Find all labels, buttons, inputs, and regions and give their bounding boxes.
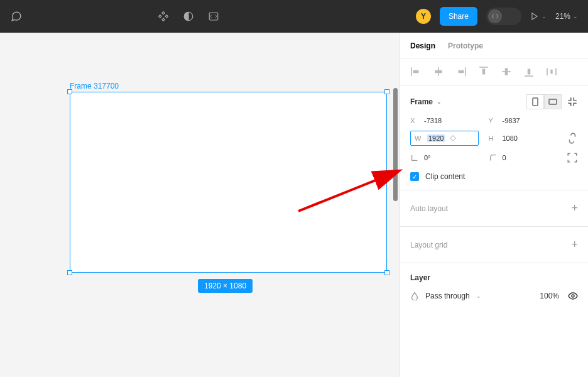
- dimensions-badge: 1920 × 1080: [198, 279, 253, 293]
- blend-mode-dropdown[interactable]: Pass through ⌄: [410, 292, 481, 300]
- clip-content-label: Clip content: [425, 172, 465, 181]
- canvas[interactable]: Frame 317700 1920 × 1080: [0, 33, 400, 377]
- resize-handle-br[interactable]: [384, 270, 389, 275]
- components-icon[interactable]: [157, 10, 170, 23]
- svg-rect-16: [547, 68, 548, 75]
- present-button[interactable]: ⌄: [530, 12, 547, 21]
- svg-rect-5: [413, 70, 419, 74]
- resize-handle-tr[interactable]: [384, 89, 389, 94]
- mask-icon[interactable]: [182, 10, 195, 23]
- layer-section: Layer Pass through ⌄ 100%: [400, 263, 588, 311]
- align-v-center-icon[interactable]: [501, 66, 512, 77]
- frame-label[interactable]: Frame 317700: [70, 82, 119, 90]
- x-position-field[interactable]: X-7318: [410, 117, 479, 124]
- chevron-down-icon: ⌄: [542, 13, 547, 19]
- chevron-down-icon: ⌄: [573, 13, 578, 19]
- corner-radius-field[interactable]: 0: [489, 153, 557, 162]
- code-icon: [488, 9, 502, 23]
- auto-layout-section: Auto layout +: [400, 190, 588, 227]
- svg-rect-14: [525, 75, 533, 77]
- radius-icon: [489, 153, 498, 162]
- rotation-field[interactable]: 0°: [410, 153, 479, 162]
- comment-icon[interactable]: [10, 10, 23, 23]
- svg-rect-4: [411, 67, 412, 76]
- add-auto-layout-button[interactable]: +: [571, 202, 578, 215]
- zoom-dropdown[interactable]: 21% ⌄: [555, 12, 578, 21]
- chevron-down-icon: ⌄: [437, 99, 442, 105]
- orientation-landscape-button[interactable]: [544, 94, 562, 109]
- tab-prototype[interactable]: Prototype: [448, 41, 483, 50]
- svg-rect-20: [549, 99, 557, 104]
- chevron-down-icon: ⌄: [476, 293, 481, 299]
- resize-handle-tl[interactable]: [67, 89, 72, 94]
- align-right-icon[interactable]: [455, 66, 467, 77]
- svg-rect-11: [482, 69, 486, 75]
- align-bottom-icon[interactable]: [523, 66, 535, 77]
- distribute-spacing-icon[interactable]: [546, 66, 557, 77]
- tab-design[interactable]: Design: [410, 41, 435, 50]
- svg-rect-10: [479, 67, 488, 68]
- height-field[interactable]: H1080: [489, 134, 557, 142]
- width-field[interactable]: W 1920: [410, 131, 479, 146]
- svg-rect-9: [459, 70, 464, 74]
- svg-marker-21: [450, 136, 456, 141]
- properties-panel: Design Prototype Frame ⌄: [400, 33, 588, 377]
- resize-to-fit-icon[interactable]: [567, 96, 578, 107]
- svg-rect-13: [505, 68, 508, 75]
- user-avatar[interactable]: Y: [416, 9, 431, 24]
- resize-handle-bl[interactable]: [67, 270, 72, 275]
- orientation-portrait-button[interactable]: [526, 94, 544, 109]
- svg-rect-18: [550, 70, 552, 74]
- svg-rect-17: [555, 68, 557, 75]
- check-icon: ✓: [412, 173, 417, 180]
- opacity-field[interactable]: 100%: [540, 292, 559, 300]
- frame-section: Frame ⌄ X-7318 Y-9837 W 1920: [400, 85, 588, 190]
- add-layout-grid-button[interactable]: +: [571, 238, 578, 251]
- angle-icon: [410, 153, 419, 162]
- align-top-icon[interactable]: [478, 66, 489, 77]
- canvas-scrollbar[interactable]: [393, 88, 398, 201]
- alignment-controls: [400, 58, 588, 85]
- visibility-icon[interactable]: [568, 291, 578, 301]
- align-left-icon[interactable]: [410, 66, 422, 77]
- svg-point-22: [572, 295, 574, 297]
- share-button[interactable]: Share: [440, 7, 477, 26]
- svg-rect-15: [528, 69, 531, 75]
- y-position-field[interactable]: Y-9837: [489, 117, 557, 124]
- frame-section-title[interactable]: Frame ⌄: [410, 97, 442, 106]
- svg-rect-8: [465, 67, 466, 76]
- svg-rect-19: [533, 98, 538, 106]
- svg-rect-7: [435, 70, 442, 74]
- clip-content-checkbox[interactable]: ✓: [410, 172, 419, 181]
- constrain-proportions-icon[interactable]: [567, 133, 578, 144]
- selected-frame[interactable]: [70, 92, 387, 273]
- dev-mode-icon[interactable]: [207, 10, 220, 23]
- align-h-center-icon[interactable]: [433, 66, 444, 77]
- top-toolbar: Y Share ⌄ 21% ⌄: [0, 0, 588, 33]
- layout-grid-section: Layout grid +: [400, 227, 588, 263]
- independent-corners-icon[interactable]: [567, 152, 578, 163]
- scrub-icon: [449, 134, 457, 143]
- dev-mode-toggle[interactable]: [486, 8, 521, 25]
- blend-icon: [410, 292, 419, 300]
